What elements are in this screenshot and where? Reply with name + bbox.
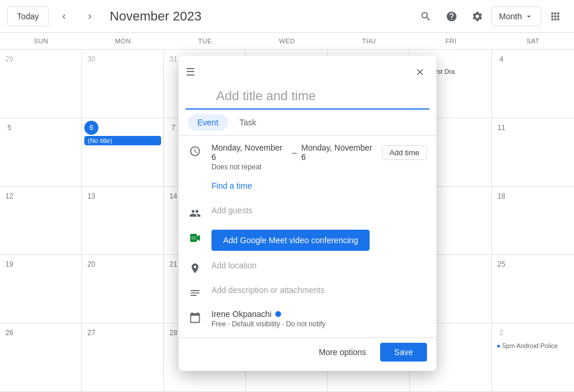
today-button[interactable]: Today xyxy=(7,6,49,26)
day-headers: SUN MON TUE WED THU FRI SAT xyxy=(0,33,574,50)
cell-nov-18[interactable]: 18 xyxy=(492,187,574,255)
help-button[interactable] xyxy=(440,5,463,28)
header-icons: Month xyxy=(414,5,567,28)
tab-event[interactable]: Event xyxy=(188,114,228,131)
description-row: Add description or attachments xyxy=(179,280,436,305)
description-icon-container xyxy=(188,286,202,300)
cell-nov-12[interactable]: 12 xyxy=(0,187,82,255)
search-icon xyxy=(420,11,432,22)
apps-icon xyxy=(549,11,561,22)
header: Today ‹ › November 2023 Month xyxy=(0,0,574,33)
calendar-owner-name[interactable]: Irene Okpanachi xyxy=(211,309,272,319)
meet-row: Add Google Meet video conferencing xyxy=(179,225,436,255)
dialog-footer: More options Save xyxy=(179,338,436,366)
clock-icon-container xyxy=(188,144,202,158)
find-time-row: Find a time xyxy=(179,176,436,200)
cell-nov-26[interactable]: 26 xyxy=(0,323,82,392)
date-display: Monday, November 6 – Monday, November 6 … xyxy=(211,143,427,162)
start-date[interactable]: Monday, November 6 xyxy=(211,143,287,162)
tab-task[interactable]: Task xyxy=(230,114,266,131)
cell-nov-25[interactable]: 25 xyxy=(492,255,574,323)
guests-icon xyxy=(189,207,201,219)
event-creation-dialog: ☰ Event Task Monday, November 6 – Monday… xyxy=(179,56,436,371)
cell-oct-30[interactable]: 30 xyxy=(82,50,164,118)
next-button[interactable]: › xyxy=(79,6,100,27)
drag-handle: ☰ xyxy=(186,66,195,79)
cell-dec-2[interactable]: 2 ● 5pm Android Police xyxy=(492,323,574,392)
find-time-icon-spacer xyxy=(188,182,202,196)
calendar-owner-content: Irene Okpanachi Free · Default visibilit… xyxy=(211,309,427,328)
location-icon-container xyxy=(188,261,202,275)
cell-nov-20[interactable]: 20 xyxy=(82,255,164,323)
view-label: Month xyxy=(499,12,522,21)
date-content: Monday, November 6 – Monday, November 6 … xyxy=(211,143,427,171)
help-icon xyxy=(446,11,457,22)
day-header-wed: WED xyxy=(246,33,328,49)
date-row: Monday, November 6 – Monday, November 6 … xyxy=(179,138,436,176)
save-button[interactable]: Save xyxy=(380,343,427,362)
calendar-icon-container xyxy=(188,311,202,325)
meet-icon-container xyxy=(188,231,202,245)
guests-input[interactable]: Add guests xyxy=(211,206,252,215)
dialog-header: ☰ xyxy=(179,56,436,81)
location-input[interactable]: Add location xyxy=(211,261,257,270)
guests-row: Add guests xyxy=(179,200,436,225)
apps-button[interactable] xyxy=(544,5,567,28)
svg-marker-1 xyxy=(197,235,200,241)
day-header-tue: TUE xyxy=(164,33,246,49)
clock-icon xyxy=(189,145,201,157)
add-meet-button[interactable]: Add Google Meet video conferencing xyxy=(211,230,370,251)
cell-nov-13[interactable]: 13 xyxy=(82,187,164,255)
guests-content: Add guests xyxy=(211,205,427,216)
event-android[interactable]: ● 5pm Android Police xyxy=(494,341,572,350)
date-separator: – xyxy=(292,148,296,157)
view-selector[interactable]: Month xyxy=(491,6,541,26)
cell-oct-29[interactable]: 29 xyxy=(0,50,82,118)
calendar-sub-info: Free · Default visibility · Do not notif… xyxy=(211,320,427,328)
calendar-owner-row: Irene Okpanachi Free · Default visibilit… xyxy=(179,305,436,333)
search-button[interactable] xyxy=(414,5,438,28)
prev-button[interactable]: ‹ xyxy=(53,6,74,27)
tab-bar: Event Task xyxy=(179,110,436,136)
svg-rect-2 xyxy=(191,236,196,240)
day-header-fri: FRI xyxy=(410,33,492,49)
cell-nov-4[interactable]: 4 xyxy=(492,50,574,118)
day-header-mon: MON xyxy=(82,33,164,49)
more-options-button[interactable]: More options xyxy=(309,343,375,362)
cell-nov-11[interactable]: 11 xyxy=(492,118,574,187)
day-header-thu: THU xyxy=(328,33,410,49)
description-input[interactable]: Add description or attachments xyxy=(211,285,324,295)
find-time-link[interactable]: Find a time xyxy=(211,179,252,193)
location-content: Add location xyxy=(211,260,427,271)
cell-nov-5[interactable]: 5 xyxy=(0,118,82,187)
settings-button[interactable] xyxy=(466,5,489,28)
location-row: Add location xyxy=(179,255,436,280)
cell-nov-19[interactable]: 19 xyxy=(0,255,82,323)
guests-icon-container xyxy=(188,206,202,220)
find-time-content: Find a time xyxy=(211,180,427,191)
close-button[interactable] xyxy=(411,63,429,81)
repeat-text[interactable]: Does not repeat xyxy=(211,163,427,171)
add-time-button[interactable]: Add time xyxy=(382,145,427,160)
calendar-info: Irene Okpanachi xyxy=(211,309,427,319)
month-title: November 2023 xyxy=(110,9,409,24)
description-icon xyxy=(189,287,201,299)
google-meet-icon xyxy=(189,232,201,244)
cell-nov-6[interactable]: 6(No title) xyxy=(82,118,164,187)
title-input[interactable] xyxy=(186,84,429,110)
chevron-down-icon xyxy=(524,12,534,21)
close-icon xyxy=(415,67,425,77)
calendar-color-dot xyxy=(275,311,281,317)
end-date[interactable]: Monday, November 6 xyxy=(301,143,377,162)
location-icon xyxy=(189,263,201,274)
day-header-sun: SUN xyxy=(0,33,82,49)
title-row xyxy=(179,81,436,110)
meet-content: Add Google Meet video conferencing xyxy=(211,230,427,251)
calendar-icon xyxy=(189,312,201,323)
day-header-sat: SAT xyxy=(492,33,574,49)
description-content: Add description or attachments xyxy=(211,285,427,295)
settings-icon xyxy=(472,11,483,22)
cell-nov-27[interactable]: 27 xyxy=(82,323,164,392)
event-no-title[interactable]: (No title) xyxy=(84,136,161,145)
